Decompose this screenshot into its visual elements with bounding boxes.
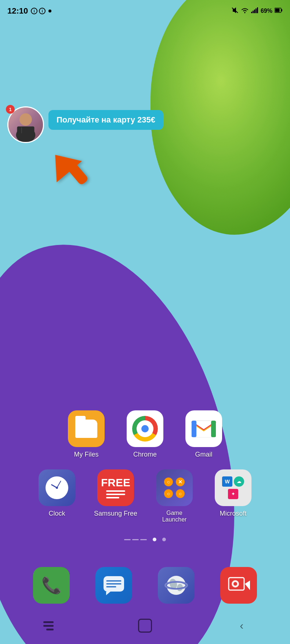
dock-screen-recorder[interactable] bbox=[215, 567, 262, 604]
dock: 📞 bbox=[0, 567, 290, 604]
clock-center-dot bbox=[56, 487, 58, 489]
wallpaper bbox=[0, 0, 290, 644]
free-line-1 bbox=[106, 490, 125, 492]
svg-rect-11 bbox=[17, 127, 35, 137]
page-dot-active[interactable] bbox=[153, 538, 156, 541]
my-files-label: My Files bbox=[74, 451, 99, 458]
battery-text: 69% bbox=[261, 8, 272, 14]
nav-back-icon: ‹ bbox=[240, 619, 243, 632]
messages-icon bbox=[95, 567, 132, 604]
app-row-2: Clock FREE Samsung Free bbox=[7, 469, 283, 523]
samsung-free-icon: FREE bbox=[97, 469, 134, 506]
clock-icon bbox=[39, 469, 75, 506]
svg-rect-7 bbox=[281, 9, 282, 11]
clock-label: Clock bbox=[48, 510, 65, 517]
ms-365-letter: ✦ bbox=[231, 491, 235, 497]
mute-icon bbox=[231, 7, 239, 15]
game-dot-2: ✕ bbox=[176, 477, 185, 486]
microsoft-icon: W ☁ ✦ bbox=[215, 469, 251, 506]
ms-cloud-letter: ☁ bbox=[237, 479, 241, 484]
svg-point-31 bbox=[233, 582, 237, 586]
battery-icon bbox=[275, 8, 283, 14]
game-dot-3-icon: ○ bbox=[167, 491, 170, 497]
app-gmail[interactable]: Gmail bbox=[180, 410, 228, 458]
green-apple-decoration bbox=[151, 0, 290, 235]
svg-rect-4 bbox=[255, 8, 257, 13]
game-dot-4: ○ bbox=[176, 489, 185, 498]
app-clock[interactable]: Clock bbox=[33, 469, 81, 523]
status-left: 12:10 i i bbox=[7, 6, 51, 16]
gmail-icon bbox=[185, 410, 222, 447]
ms-row-1: W ☁ bbox=[222, 476, 244, 487]
ms-365-icon: ✦ bbox=[228, 489, 238, 499]
dock-internet[interactable] bbox=[152, 567, 200, 604]
chrome-middle-ring bbox=[137, 420, 153, 437]
app-my-files[interactable]: My Files bbox=[62, 410, 110, 458]
free-label: FREE bbox=[101, 477, 130, 488]
wifi-icon bbox=[241, 7, 249, 15]
free-line-3 bbox=[106, 497, 119, 498]
nav-back-button[interactable]: ‹ bbox=[231, 615, 253, 637]
status-right: 69% bbox=[231, 7, 283, 15]
tooltip-bubble[interactable]: Получайте на карту 235€ bbox=[48, 110, 163, 130]
nav-home-icon bbox=[138, 619, 152, 633]
svg-rect-5 bbox=[257, 7, 258, 13]
game-dot-1: ○ bbox=[164, 477, 173, 486]
app-samsung-free[interactable]: FREE Samsung Free bbox=[92, 469, 139, 523]
nav-bar: ‹ bbox=[0, 607, 290, 644]
chrome-center-dot bbox=[140, 424, 150, 433]
page-lines-indicator bbox=[124, 539, 147, 540]
game-launcher-icon: ○ ✕ ○ ○ bbox=[156, 469, 193, 506]
nav-line-mid bbox=[43, 625, 54, 627]
avatar-image bbox=[8, 107, 43, 142]
ms-word-icon: W bbox=[222, 476, 232, 487]
svg-marker-29 bbox=[245, 581, 250, 590]
nav-line-bot bbox=[46, 629, 54, 630]
app-chrome[interactable]: Chrome bbox=[121, 410, 169, 458]
game-dots-grid: ○ ✕ ○ ○ bbox=[164, 477, 185, 498]
page-dot-2[interactable] bbox=[162, 538, 166, 541]
game-dot-4-icon: ○ bbox=[179, 491, 182, 497]
nav-recent-icon bbox=[43, 621, 54, 630]
dock-phone[interactable]: 📞 bbox=[28, 567, 75, 604]
chrome-label: Chrome bbox=[133, 451, 157, 458]
nav-recent-apps-button[interactable] bbox=[37, 615, 59, 637]
chrome-icon bbox=[127, 410, 163, 447]
app-grid: My Files Chrome bbox=[0, 410, 290, 534]
notification-area[interactable]: 1 Получайте на карту 235€ bbox=[7, 106, 163, 143]
samsung-free-label: Samsung Free bbox=[94, 510, 137, 517]
screen-recorder-icon bbox=[220, 567, 257, 604]
page-line-2 bbox=[132, 539, 139, 540]
clock-face bbox=[46, 476, 68, 499]
svg-rect-1 bbox=[251, 12, 252, 13]
svg-rect-8 bbox=[275, 9, 280, 12]
app-game-launcher[interactable]: ○ ✕ ○ ○ GameLauncher bbox=[151, 469, 198, 523]
nav-line-top bbox=[43, 621, 54, 623]
game-launcher-label: GameLauncher bbox=[162, 510, 187, 523]
phone-icon: 📞 bbox=[33, 567, 70, 604]
game-dot-2-icon: ✕ bbox=[178, 479, 182, 485]
svg-rect-3 bbox=[254, 10, 255, 13]
ms-row-2: ✦ bbox=[228, 489, 238, 499]
status-info-icons: i i bbox=[31, 8, 46, 14]
microsoft-label: Microsoft bbox=[220, 510, 246, 517]
nav-home-button[interactable] bbox=[134, 615, 156, 637]
signal-icon bbox=[251, 7, 258, 15]
svg-point-9 bbox=[19, 113, 32, 126]
my-files-icon bbox=[68, 410, 105, 447]
arrow-icon bbox=[48, 143, 106, 203]
app-microsoft[interactable]: W ☁ ✦ Microsoft bbox=[209, 469, 257, 523]
game-dot-3: ○ bbox=[164, 489, 173, 498]
status-time: 12:10 bbox=[7, 6, 28, 16]
info-icon-2: i bbox=[39, 8, 46, 14]
status-bar: 12:10 i i bbox=[0, 0, 290, 22]
free-lines bbox=[106, 490, 125, 498]
internet-icon bbox=[158, 567, 195, 604]
game-dot-1-icon: ○ bbox=[167, 479, 170, 485]
free-line-2 bbox=[106, 494, 125, 495]
dock-messages[interactable] bbox=[90, 567, 138, 604]
info-icon-1: i bbox=[31, 8, 37, 14]
avatar-container[interactable]: 1 bbox=[7, 106, 44, 143]
chrome-outer-ring bbox=[132, 416, 158, 442]
ms-word-letter: W bbox=[225, 479, 229, 484]
